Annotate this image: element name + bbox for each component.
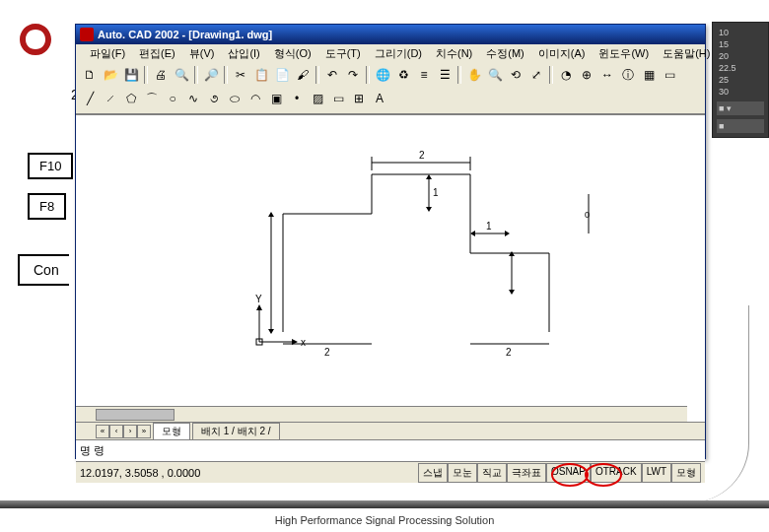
right-side-panel: 10 15 20 22.5 25 30 ■ ▾ ■ — [712, 22, 769, 138]
panel-row[interactable]: 22.5 — [717, 62, 764, 74]
new-icon[interactable]: 🗋 — [80, 65, 100, 85]
menu-insert[interactable]: 삽입(I) — [222, 45, 265, 62]
scrollbar-horizontal[interactable] — [76, 406, 687, 422]
ellipse-arc-icon[interactable]: ◠ — [245, 89, 265, 108]
region-icon[interactable]: ▭ — [328, 89, 348, 108]
panel-row[interactable]: 25 — [717, 74, 764, 86]
panel-row[interactable]: 15 — [717, 38, 764, 50]
props-icon[interactable]: ☰ — [435, 65, 454, 85]
status-osnap[interactable]: OSNAP — [546, 463, 591, 483]
svg-text:1: 1 — [486, 221, 492, 232]
svg-text:0: 0 — [585, 210, 590, 220]
pan-icon[interactable]: ✋ — [464, 65, 484, 85]
panel-row[interactable]: 20 — [717, 50, 764, 62]
menu-window[interactable]: 윈도우(W) — [593, 45, 655, 62]
preview-icon[interactable]: 🔍 — [172, 65, 191, 85]
toolbar-row-1: 🗋 📂 💾 🖨 🔍 🔎 ✂ 📋 📄 🖌 ↶ ↷ 🌐 ♻ ≡ — [80, 64, 701, 86]
zoom-icon[interactable]: 🔍 — [485, 65, 505, 85]
panel-swatch-2[interactable]: ■ — [717, 119, 764, 133]
menu-draw[interactable]: 그리기(D) — [369, 45, 428, 62]
menu-edit[interactable]: 편집(E) — [133, 45, 181, 62]
line-icon[interactable]: ╱ — [80, 89, 100, 108]
info-icon[interactable]: ⓘ — [618, 65, 638, 85]
ellipse-icon[interactable]: ⬭ — [225, 89, 245, 108]
dim2-icon[interactable]: A — [370, 89, 389, 108]
spiral-icon[interactable]: ૭ — [204, 89, 224, 108]
status-otrack[interactable]: OTRACK — [591, 463, 642, 483]
toolbar-area: 🗋 📂 💾 🖨 🔍 🔎 ✂ 📋 📄 🖌 ↶ ↷ 🌐 ♻ ≡ — [76, 62, 705, 114]
footer-text: High Performance Signal Processing Solut… — [0, 514, 769, 526]
command-prompt: 명 령 — [80, 443, 105, 458]
status-lwt[interactable]: LWT — [642, 463, 671, 483]
svg-text:2: 2 — [506, 347, 512, 358]
con-box: Con — [18, 254, 69, 286]
net-icon[interactable]: 🌐 — [373, 65, 392, 85]
menu-dim[interactable]: 치수(N) — [430, 45, 478, 62]
text-icon[interactable]: ⊞ — [349, 89, 369, 108]
scroll-thumb[interactable] — [96, 409, 175, 421]
menu-tools[interactable]: 도구(T) — [319, 45, 367, 62]
status-polar[interactable]: 극좌표 — [507, 463, 546, 483]
svg-text:x: x — [301, 337, 306, 348]
status-snap[interactable]: 스냅 — [418, 463, 448, 483]
tab-prev-icon[interactable]: ‹ — [109, 425, 123, 438]
undo-icon[interactable]: ↶ — [322, 65, 342, 85]
menu-file[interactable]: 파일(F) — [84, 45, 131, 62]
f10-key-box: F10 — [28, 153, 73, 179]
select-icon[interactable]: ▭ — [660, 65, 679, 85]
status-ortho[interactable]: 직교 — [477, 463, 507, 483]
spline-icon[interactable]: ∿ — [183, 89, 203, 108]
menu-image[interactable]: 이미지(A) — [532, 45, 592, 62]
open-icon[interactable]: 📂 — [101, 65, 120, 85]
svg-text:Y: Y — [255, 294, 262, 304]
titlebar[interactable]: Auto. CAD 2002 - [Drawing1. dwg] — [76, 25, 705, 44]
svg-text:1: 1 — [433, 187, 439, 198]
panel-swatch-1[interactable]: ■ ▾ — [717, 101, 764, 115]
hatch2-icon[interactable]: ▨ — [308, 89, 327, 108]
circle-q-icon[interactable]: ◔ — [556, 65, 576, 85]
zoom-prev-icon[interactable]: ⟲ — [506, 65, 525, 85]
zoom-ext-icon[interactable]: ⤢ — [526, 65, 546, 85]
status-grid[interactable]: 모눈 — [448, 463, 477, 483]
block-icon[interactable]: ▣ — [266, 89, 286, 108]
paste-icon[interactable]: 📄 — [272, 65, 292, 85]
slide-logo — [16, 20, 55, 59]
match-icon[interactable]: 🖌 — [293, 65, 313, 85]
statusbar: 12.0197, 3.5058 , 0.0000 스냅 모눈 직교 극좌표 OS… — [76, 461, 705, 483]
panel-row[interactable]: 10 — [717, 27, 764, 38]
refresh-icon[interactable]: ♻ — [393, 65, 413, 85]
save-icon[interactable]: 💾 — [121, 65, 141, 85]
tab-layouts[interactable]: 배치 1 / 배치 2 / — [192, 423, 280, 439]
find-icon[interactable]: 🔎 — [201, 65, 221, 85]
f8-key-label: F8 — [39, 199, 54, 214]
layers-icon[interactable]: ≡ — [414, 65, 434, 85]
point-icon[interactable]: • — [287, 89, 307, 108]
tab-model[interactable]: 모형 — [153, 423, 190, 439]
print-icon[interactable]: 🖨 — [151, 65, 171, 85]
cut-icon[interactable]: ✂ — [231, 65, 250, 85]
dim-icon[interactable]: ↔ — [597, 65, 617, 85]
tab-first-icon[interactable]: « — [96, 425, 109, 438]
panel-row[interactable]: 30 — [717, 86, 764, 98]
svg-text:2: 2 — [419, 150, 425, 161]
menu-format[interactable]: 형식(O) — [268, 45, 317, 62]
menu-view[interactable]: 뷰(V) — [183, 45, 221, 62]
command-line[interactable]: 명 령 — [76, 439, 705, 461]
copy-icon[interactable]: 📋 — [251, 65, 271, 85]
redo-icon[interactable]: ↷ — [343, 65, 363, 85]
hatch-icon[interactable]: ▦ — [639, 65, 659, 85]
drawing-canvas[interactable]: 2 1 1 2 2 Y x — [76, 114, 705, 439]
window-title: Auto. CAD 2002 - [Drawing1. dwg] — [98, 29, 272, 40]
circle-icon[interactable]: ○ — [163, 89, 182, 108]
status-model[interactable]: 모형 — [671, 463, 701, 483]
tab-next-icon[interactable]: › — [123, 425, 137, 438]
menu-help[interactable]: 도움말(H) — [657, 45, 716, 62]
pline-icon[interactable]: ⟋ — [101, 89, 120, 108]
menu-modify[interactable]: 수정(M) — [480, 45, 530, 62]
ortho-icon[interactable]: ⊕ — [577, 65, 596, 85]
arc-icon[interactable]: ⌒ — [142, 89, 162, 108]
tab-last-icon[interactable]: » — [137, 425, 151, 438]
cad-drawing: 2 1 1 2 2 Y x — [253, 145, 598, 371]
polygon-icon[interactable]: ⬠ — [121, 89, 141, 108]
toolbar-row-2: ╱ ⟋ ⬠ ⌒ ○ ∿ ૭ ⬭ ◠ ▣ • ▨ ▭ ⊞ A — [80, 88, 701, 109]
